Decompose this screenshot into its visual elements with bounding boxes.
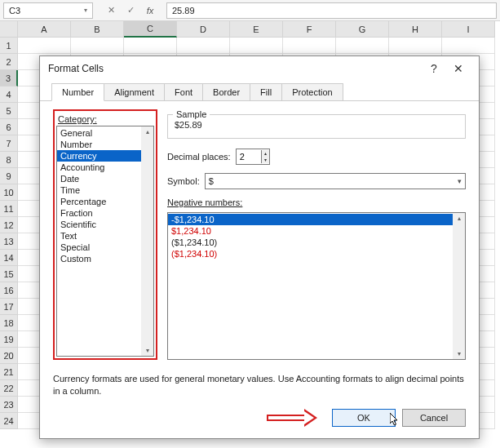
category-item[interactable]: Accounting bbox=[57, 162, 153, 173]
category-item[interactable]: Custom bbox=[57, 253, 153, 264]
dialog-titlebar[interactable]: Format Cells ? ✕ bbox=[40, 56, 479, 81]
cancel-entry-icon[interactable]: ✕ bbox=[103, 3, 119, 18]
row-header[interactable]: 17 bbox=[0, 299, 18, 315]
row-header[interactable]: 21 bbox=[0, 364, 18, 380]
ok-button[interactable]: OK bbox=[332, 409, 396, 427]
category-item[interactable]: Special bbox=[57, 242, 153, 253]
row-header[interactable]: 23 bbox=[0, 397, 18, 413]
category-item[interactable]: Fraction bbox=[57, 207, 153, 219]
name-box[interactable]: C3 ▾ bbox=[3, 2, 93, 19]
cell[interactable] bbox=[71, 38, 124, 54]
number-settings-pane: Sample $25.89 Decimal places: ▴ ▾ Symbol… bbox=[167, 109, 466, 360]
confirm-entry-icon[interactable]: ✓ bbox=[122, 3, 139, 18]
column-header[interactable]: I bbox=[442, 21, 495, 38]
column-header[interactable]: H bbox=[389, 21, 442, 38]
format-cells-dialog: Format Cells ? ✕ NumberAlignmentFontBord… bbox=[39, 55, 480, 439]
stepper-up-icon[interactable]: ▴ bbox=[262, 150, 269, 157]
scroll-down-icon[interactable]: ▾ bbox=[458, 348, 461, 359]
category-item[interactable]: Time bbox=[57, 184, 153, 196]
cell[interactable] bbox=[124, 38, 177, 54]
tab-alignment[interactable]: Alignment bbox=[104, 83, 165, 100]
insert-function-icon[interactable]: fx bbox=[142, 3, 158, 18]
tab-number[interactable]: Number bbox=[51, 83, 104, 101]
cell[interactable] bbox=[283, 38, 336, 54]
symbol-label: Symbol: bbox=[167, 176, 200, 186]
row-header[interactable]: 2 bbox=[0, 54, 18, 70]
tab-fill[interactable]: Fill bbox=[250, 83, 282, 100]
row-header[interactable]: 20 bbox=[0, 348, 18, 364]
row-header[interactable]: 10 bbox=[0, 184, 18, 201]
column-header[interactable]: G bbox=[336, 21, 389, 38]
select-all-corner[interactable] bbox=[0, 21, 18, 38]
category-item[interactable]: Number bbox=[57, 139, 153, 150]
row-header[interactable]: 19 bbox=[0, 331, 18, 348]
column-header[interactable]: B bbox=[71, 21, 124, 38]
cell[interactable] bbox=[442, 38, 495, 54]
sample-label: Sample bbox=[173, 109, 210, 119]
row-header[interactable]: 15 bbox=[0, 266, 18, 282]
negative-number-option[interactable]: ($1,234.10) bbox=[168, 248, 465, 259]
symbol-select[interactable]: $ ▾ bbox=[205, 173, 466, 189]
scroll-up-icon[interactable]: ▴ bbox=[146, 126, 149, 137]
column-header[interactable]: C bbox=[124, 21, 177, 38]
column-header[interactable]: E bbox=[230, 21, 283, 38]
negative-number-option[interactable]: -$1,234.10 bbox=[168, 214, 465, 225]
row-header[interactable]: 5 bbox=[0, 103, 18, 119]
negative-number-option[interactable]: $1,234.10 bbox=[168, 225, 465, 237]
row-header[interactable]: 6 bbox=[0, 119, 18, 135]
row-header[interactable]: 7 bbox=[0, 135, 18, 152]
dialog-tabs: NumberAlignmentFontBorderFillProtection bbox=[40, 81, 479, 101]
category-scrollbar[interactable]: ▴ ▾ bbox=[141, 126, 153, 356]
row-header[interactable]: 14 bbox=[0, 250, 18, 266]
category-item[interactable]: Date bbox=[57, 173, 153, 184]
category-list[interactable]: GeneralNumberCurrencyAccountingDateTimeP… bbox=[56, 126, 154, 357]
dialog-help-button[interactable]: ? bbox=[422, 60, 446, 78]
cell[interactable] bbox=[230, 38, 283, 54]
column-header[interactable]: D bbox=[177, 21, 230, 38]
name-box-dropdown-icon[interactable]: ▾ bbox=[84, 7, 87, 14]
category-item[interactable]: Percentage bbox=[57, 196, 153, 207]
negative-numbers-list[interactable]: -$1,234.10$1,234.10($1,234.10)($1,234.10… bbox=[167, 212, 466, 360]
scroll-up-icon[interactable]: ▴ bbox=[458, 213, 461, 224]
scroll-down-icon[interactable]: ▾ bbox=[146, 345, 149, 356]
category-item[interactable]: General bbox=[57, 127, 153, 139]
row-header[interactable]: 24 bbox=[0, 413, 18, 429]
tab-protection[interactable]: Protection bbox=[281, 83, 343, 100]
grid-row: 1 bbox=[0, 38, 500, 54]
dialog-close-button[interactable]: ✕ bbox=[446, 60, 471, 78]
row-header[interactable]: 22 bbox=[0, 380, 18, 397]
row-header[interactable]: 4 bbox=[0, 86, 18, 103]
row-header[interactable]: 9 bbox=[0, 168, 18, 184]
cell[interactable] bbox=[18, 38, 71, 54]
tab-font[interactable]: Font bbox=[164, 83, 203, 100]
format-description: Currency formats are used for general mo… bbox=[40, 366, 479, 399]
tab-border[interactable]: Border bbox=[202, 83, 250, 100]
symbol-row: Symbol: $ ▾ bbox=[167, 173, 466, 189]
cursor-icon bbox=[390, 413, 400, 428]
cell[interactable] bbox=[389, 38, 442, 54]
row-header[interactable]: 1 bbox=[0, 38, 18, 54]
row-header[interactable]: 16 bbox=[0, 282, 18, 299]
row-header[interactable]: 18 bbox=[0, 315, 18, 331]
column-header[interactable]: F bbox=[283, 21, 336, 38]
annotation-arrow-icon bbox=[267, 410, 322, 425]
category-item[interactable]: Text bbox=[57, 230, 153, 242]
row-header[interactable]: 13 bbox=[0, 233, 18, 250]
decimal-places-input[interactable] bbox=[237, 149, 261, 164]
cell[interactable] bbox=[177, 38, 230, 54]
category-item[interactable]: Currency bbox=[57, 150, 153, 162]
negative-number-option[interactable]: ($1,234.10) bbox=[168, 237, 465, 248]
category-item[interactable]: Scientific bbox=[57, 219, 153, 230]
cell[interactable] bbox=[336, 38, 389, 54]
row-header[interactable]: 3 bbox=[0, 70, 18, 86]
decimal-places-stepper[interactable]: ▴ ▾ bbox=[236, 149, 270, 165]
symbol-dropdown-icon[interactable]: ▾ bbox=[458, 177, 462, 185]
row-header[interactable]: 11 bbox=[0, 201, 18, 217]
column-header[interactable]: A bbox=[18, 21, 71, 38]
row-header[interactable]: 8 bbox=[0, 152, 18, 168]
cancel-button[interactable]: Cancel bbox=[402, 409, 466, 427]
formula-bar-input[interactable]: 25.89 bbox=[166, 2, 497, 19]
neg-scrollbar[interactable]: ▴ ▾ bbox=[453, 213, 465, 359]
stepper-down-icon[interactable]: ▾ bbox=[262, 157, 269, 163]
row-header[interactable]: 12 bbox=[0, 217, 18, 233]
